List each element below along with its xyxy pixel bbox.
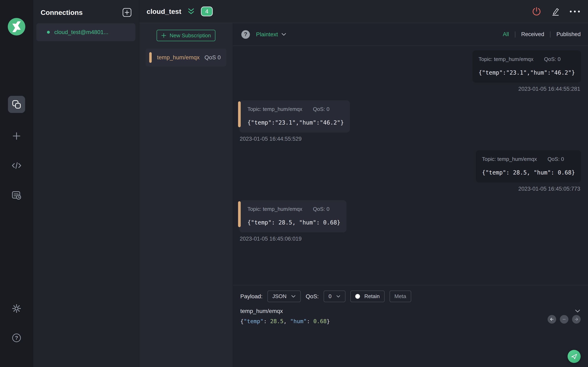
message-bubble[interactable]: Topic: temp_hum/emqx QoS: 0 {"temp": 28.… — [476, 150, 581, 183]
payload-format-value: JSON — [272, 293, 286, 300]
payload-help-icon[interactable]: ? — [241, 30, 250, 39]
connection-name: cloud_test@m4801... — [54, 29, 108, 35]
new-subscription-button[interactable]: New Subscription — [156, 30, 215, 41]
code-token: } — [327, 318, 330, 324]
connection-title: cloud_test — [147, 8, 181, 16]
message-payload: {"temp": 28.5, "hum": 0.68} — [247, 219, 340, 226]
message-bubble[interactable]: Topic: temp_hum/emqx QoS: 0 {"temp":"23.… — [239, 100, 350, 133]
message-filters: All Received Published — [497, 31, 581, 38]
connections-title: Connections — [41, 8, 83, 17]
connection-header: cloud_test 4 — [139, 0, 588, 23]
arrow-right-icon — [574, 317, 579, 322]
edit-connection-button[interactable] — [551, 7, 560, 16]
message-meta: Topic: temp_hum/emqx QoS: 0 — [479, 56, 575, 62]
message-bubble[interactable]: Topic: temp_hum/emqx QoS: 0 {"temp":"23.… — [472, 50, 581, 83]
message-payload: {"temp":"23.1","hum":"46.2"} — [247, 119, 344, 126]
connection-item[interactable]: cloud_test@m4801... — [36, 23, 135, 41]
code-token: { — [240, 318, 243, 324]
main-body: New Subscription temp_hum/emqx QoS 0 ? P… — [139, 23, 588, 367]
header-actions — [532, 7, 580, 16]
message-meta: Topic: temp_hum/emqx QoS: 0 — [247, 206, 340, 212]
nav-script[interactable] — [0, 160, 33, 171]
disconnect-button[interactable] — [532, 7, 541, 16]
subscriptions-column: New Subscription temp_hum/emqx QoS 0 — [139, 23, 233, 367]
pencil-icon — [551, 7, 560, 16]
filter-published[interactable]: Published — [550, 31, 581, 38]
plus-square-icon — [122, 8, 132, 17]
subscription-color-bar — [149, 52, 152, 63]
history-prev-button[interactable] — [548, 315, 556, 324]
nav-log[interactable] — [0, 190, 33, 201]
question-glyph: ? — [244, 31, 247, 38]
ellipsis-icon — [570, 11, 580, 12]
arrow-left-icon — [549, 317, 554, 322]
message-panel: ? Plaintext All Received Published — [233, 23, 588, 367]
double-chevron-down-icon[interactable] — [187, 8, 195, 15]
code-icon — [11, 160, 22, 171]
message-qos: QoS: 0 — [548, 156, 564, 162]
retain-toggle[interactable]: Retain — [350, 291, 385, 302]
message-payload: {"temp": 28.5, "hum": 0.68} — [482, 169, 575, 176]
nav-help[interactable]: ? — [0, 334, 33, 342]
message-published: Topic: temp_hum/emqx QoS: 0 {"temp":"23.… — [239, 50, 581, 92]
main-area: cloud_test 4 — [139, 0, 588, 367]
nav-new-connection[interactable] — [0, 131, 33, 141]
log-icon — [11, 190, 22, 201]
message-qos: QoS: 0 — [544, 56, 561, 62]
connections-icon — [11, 99, 22, 109]
gear-icon — [11, 303, 22, 314]
mqttx-app: ? Connections cloud_test@m4801... cloud_… — [0, 0, 588, 367]
qos-value: 0 — [329, 293, 331, 300]
code-token: 28.5 — [270, 318, 283, 324]
message-timestamp: 2023-01-05 16:44:55:529 — [239, 136, 302, 142]
collapse-composer-icon[interactable] — [575, 309, 581, 314]
message-bubble[interactable]: Topic: temp_hum/emqx QoS: 0 {"temp": 28.… — [239, 200, 346, 233]
message-received: Topic: temp_hum/emqx QoS: 0 {"temp": 28.… — [239, 200, 581, 242]
more-options-button[interactable] — [570, 11, 580, 12]
chevron-down-icon — [336, 295, 341, 298]
topic-input-row: temp_hum/emqx — [240, 308, 581, 314]
subscription-qos: QoS 0 — [205, 54, 221, 61]
minus-icon — [562, 317, 567, 322]
message-topic: Topic: temp_hum/emqx — [247, 106, 302, 112]
code-token: : — [264, 318, 270, 324]
payload-format-select[interactable]: Plaintext — [256, 31, 278, 38]
help-icon: ? — [12, 334, 21, 342]
code-token: , — [283, 318, 290, 324]
filter-received[interactable]: Received — [515, 31, 550, 38]
nav-connections-tab[interactable] — [8, 96, 25, 113]
qos-label: QoS: — [306, 293, 319, 300]
meta-label: Meta — [394, 293, 406, 300]
qos-dropdown[interactable]: 0 — [324, 291, 345, 302]
new-subscription-label: New Subscription — [170, 33, 211, 39]
history-next-button[interactable] — [572, 315, 581, 324]
topic-input[interactable]: temp_hum/emqx — [240, 308, 283, 314]
chevron-down-icon — [291, 294, 296, 299]
code-token: 0.68 — [313, 318, 327, 324]
filter-all[interactable]: All — [497, 31, 515, 38]
mqttx-logo-icon — [8, 18, 25, 35]
publish-composer: Payload: JSON QoS: 0 — [233, 285, 588, 367]
message-list[interactable]: Topic: temp_hum/emqx QoS: 0 {"temp":"23.… — [233, 46, 588, 285]
payload-format-dropdown[interactable]: JSON — [268, 291, 301, 302]
history-clear-button[interactable] — [560, 315, 568, 324]
plus-icon — [11, 131, 22, 141]
chevron-down-icon[interactable] — [281, 32, 286, 37]
power-icon — [532, 7, 541, 16]
history-controls — [548, 315, 581, 324]
message-count-badge: 4 — [201, 7, 213, 16]
add-connection-button[interactable] — [122, 8, 132, 17]
meta-button[interactable]: Meta — [389, 291, 411, 302]
message-topic: Topic: temp_hum/emqx — [479, 56, 534, 62]
message-meta: Topic: temp_hum/emqx QoS: 0 — [482, 156, 575, 162]
retain-dot-icon — [355, 294, 360, 299]
paper-plane-icon — [571, 353, 578, 360]
code-token: "temp" — [243, 318, 264, 324]
subscription-item[interactable]: temp_hum/emqx QoS 0 — [146, 49, 226, 67]
plus-icon — [161, 33, 166, 38]
nav-rail: ? — [0, 0, 33, 367]
payload-editor[interactable]: {"temp": 28.5, "hum": 0.68} — [240, 318, 581, 324]
nav-settings[interactable] — [0, 303, 33, 314]
send-button[interactable] — [568, 350, 581, 363]
composer-controls: Payload: JSON QoS: 0 — [240, 291, 581, 302]
